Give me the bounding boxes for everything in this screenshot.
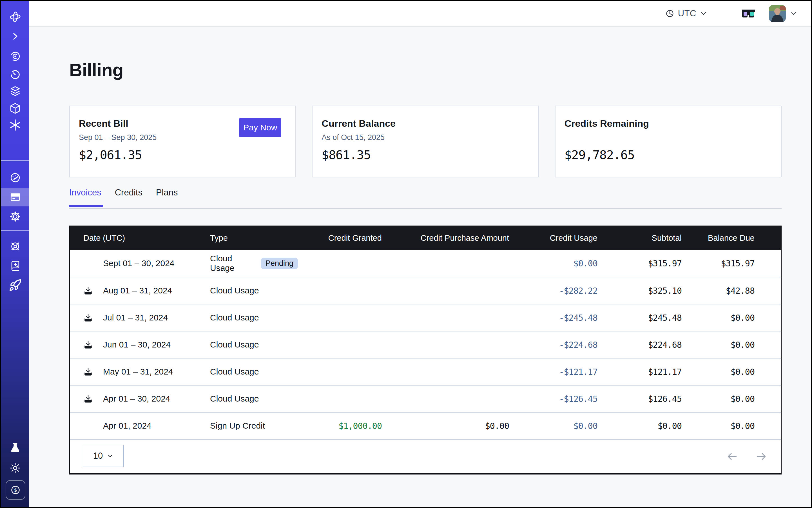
download-icon xyxy=(83,394,93,404)
subtotal-value: $325.10 xyxy=(597,286,682,296)
invoice-date-cell: Apr 01, 2024 xyxy=(83,421,210,431)
invoice-date: Jul 01 – 31, 2024 xyxy=(103,313,168,323)
download-icon xyxy=(83,286,93,295)
credits-remaining-card: Credits Remaining $29,782.65 xyxy=(555,105,781,177)
page-title: Billing xyxy=(69,27,781,80)
invoice-date-cell: May 01 – 31, 2024 xyxy=(83,367,210,377)
rocket-icon[interactable] xyxy=(1,276,29,294)
column-header: Type xyxy=(210,234,298,243)
balance-due-value: $0.00 xyxy=(682,367,755,377)
asterisk-icon[interactable] xyxy=(1,116,29,134)
download-invoice-button[interactable] xyxy=(83,286,103,295)
download-invoice-button[interactable] xyxy=(83,367,103,377)
subtotal-value: $121.17 xyxy=(597,367,682,377)
invoice-type: Sign Up Credit xyxy=(210,421,265,431)
invoice-date: Apr 01, 2024 xyxy=(103,421,152,431)
invoice-type-cell: Cloud Usage xyxy=(210,394,298,404)
chevron-right-icon[interactable] xyxy=(1,27,29,45)
invoices-table: Date (UTC)TypeCredit GrantedCredit Purch… xyxy=(69,225,781,474)
invoice-date: Jun 01 – 30, 2024 xyxy=(103,340,171,349)
timezone-select[interactable]: UTC xyxy=(665,8,708,18)
radar-eye-icon[interactable] xyxy=(1,47,29,65)
page-size-select[interactable]: 10 xyxy=(83,444,124,467)
next-page-button[interactable] xyxy=(754,449,769,464)
chevron-down-icon xyxy=(790,9,798,17)
invoice-type-cell: Cloud UsagePending xyxy=(210,254,298,273)
current-balance-amount: $861.35 xyxy=(322,148,371,162)
credits-badge-button[interactable]: $ xyxy=(6,480,25,500)
tab-label: Invoices xyxy=(69,187,101,198)
clock-icon xyxy=(665,9,675,18)
balance-due-value: $315.97 xyxy=(682,258,755,268)
chevron-down-icon xyxy=(700,9,708,17)
invoice-type: Cloud Usage xyxy=(210,254,254,273)
download-invoice-button[interactable] xyxy=(83,340,103,349)
dollar-badge-icon: $ xyxy=(9,484,22,496)
topbar: UTC xyxy=(29,1,811,27)
download-invoice-button[interactable] xyxy=(83,313,103,323)
invoice-date: Aug 01 – 31, 2024 xyxy=(103,286,172,295)
flask-icon[interactable] xyxy=(1,439,29,457)
billing-page: $ UTC xyxy=(0,0,812,508)
credit-usage-value: $0.00 xyxy=(509,421,597,431)
current-balance-card: Current Balance As of Oct 15, 2025 $861.… xyxy=(312,105,539,177)
view-mode-button[interactable] xyxy=(741,8,756,18)
logo-orbit-icon[interactable] xyxy=(1,8,29,26)
credit-usage-value: -$121.17 xyxy=(509,367,597,377)
gear-icon[interactable] xyxy=(1,208,29,225)
layers-icon[interactable] xyxy=(1,82,29,100)
tab-credits[interactable]: Credits xyxy=(115,187,142,207)
tab-invoices[interactable]: Invoices xyxy=(69,187,101,207)
column-header: Credit Purchase Amount xyxy=(382,234,509,243)
card-subtitle: Sep 01 – Sep 30, 2025 xyxy=(79,133,157,142)
arrow-right-icon xyxy=(756,451,767,462)
tabs-baseline xyxy=(69,208,781,209)
invoice-type: Cloud Usage xyxy=(210,367,259,377)
recent-bill-amount: $2,061.35 xyxy=(79,148,142,162)
card-subtitle: As of Oct 15, 2025 xyxy=(322,133,385,142)
pay-now-button[interactable]: Pay Now xyxy=(239,118,281,137)
invoice-date-cell: Jun 01 – 30, 2024 xyxy=(83,340,210,349)
invoice-date-cell: Sept 01 – 30, 2024 xyxy=(83,258,210,268)
credit-usage-value: -$224.68 xyxy=(509,340,597,350)
invoice-type: Cloud Usage xyxy=(210,340,259,349)
sidebar-divider xyxy=(1,230,29,230)
subtotal-value: $0.00 xyxy=(597,421,682,431)
column-header: Subtotal xyxy=(597,234,682,243)
chevron-down-icon xyxy=(107,453,114,459)
invoice-date-cell: Apr 01 – 30, 2024 xyxy=(83,394,210,404)
tab-label: Plans xyxy=(156,187,178,198)
table-row: Jun 01 – 30, 2024Cloud Usage-$224.68$224… xyxy=(70,331,781,358)
arrow-left-icon xyxy=(726,451,738,462)
subtotal-value: $245.48 xyxy=(597,313,682,323)
book-sparkles-icon[interactable] xyxy=(1,257,29,275)
sidebar-divider xyxy=(1,160,29,161)
history-clock-icon[interactable] xyxy=(1,66,29,84)
billing-card-icon[interactable] xyxy=(1,188,29,206)
avatar[interactable] xyxy=(769,5,786,22)
helm-wheel-icon[interactable] xyxy=(1,238,29,255)
prev-page-button[interactable] xyxy=(724,449,740,464)
credit-usage-value: -$282.22 xyxy=(509,286,597,296)
invoice-type: Cloud Usage xyxy=(210,394,259,404)
download-invoice-button[interactable] xyxy=(83,394,103,404)
invoice-type-cell: Cloud Usage xyxy=(210,367,298,377)
main-content: Billing Recent Bill Sep 01 – Sep 30, 202… xyxy=(29,27,811,507)
card-title: Credits Remaining xyxy=(564,118,649,129)
credit-usage-value: $0.00 xyxy=(509,258,597,268)
account-menu-button[interactable] xyxy=(790,9,798,17)
column-header: Credit Granted xyxy=(298,234,382,243)
table-row: May 01 – 31, 2024Cloud Usage-$121.17$121… xyxy=(70,358,781,385)
download-icon xyxy=(83,340,93,349)
sidebar: $ xyxy=(1,1,29,507)
sun-icon[interactable] xyxy=(1,459,29,477)
tab-plans[interactable]: Plans xyxy=(156,187,178,207)
column-header: Credit Usage xyxy=(509,234,597,243)
table-row: Apr 01 – 30, 2024Cloud Usage-$126.45$126… xyxy=(70,385,781,412)
balance-due-value: $0.00 xyxy=(682,313,755,323)
invoice-type: Cloud Usage xyxy=(210,286,259,295)
gauge-icon[interactable] xyxy=(1,169,29,187)
invoice-date-cell: Aug 01 – 31, 2024 xyxy=(83,286,210,295)
cube-icon[interactable] xyxy=(1,99,29,118)
invoice-type-cell: Sign Up Credit xyxy=(210,421,298,431)
